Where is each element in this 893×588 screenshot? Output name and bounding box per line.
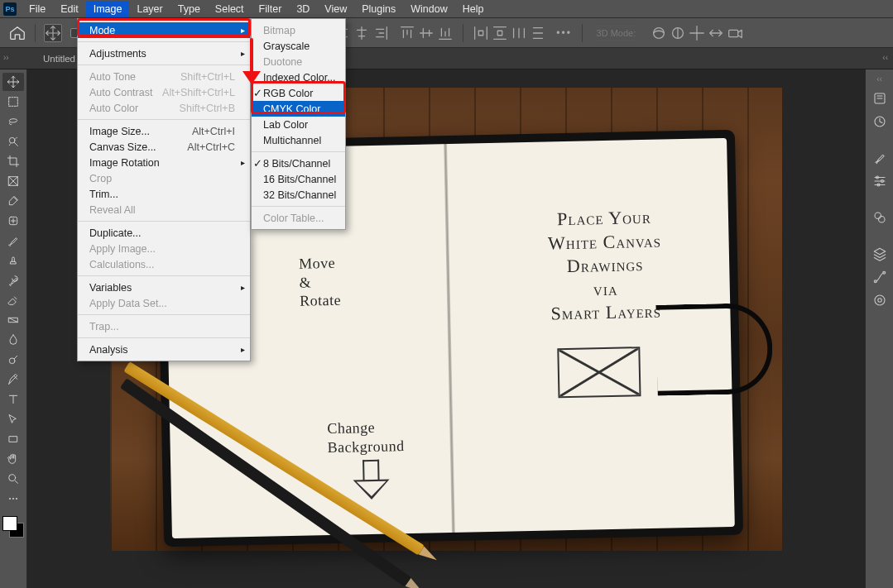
menu-item-image-rotation[interactable]: Image Rotation▸ bbox=[78, 155, 250, 170]
mode-duotone[interactable]: Duotone bbox=[252, 54, 345, 69]
menu-3d[interactable]: 3D bbox=[289, 1, 317, 17]
gradient-tool[interactable] bbox=[2, 311, 24, 329]
crop-tool[interactable] bbox=[2, 152, 24, 170]
foreground-color-swatch[interactable] bbox=[2, 516, 17, 531]
3d-slide-icon[interactable] bbox=[707, 24, 725, 42]
path-select-tool[interactable] bbox=[2, 410, 24, 428]
menu-file[interactable]: File bbox=[22, 1, 53, 17]
align-right-icon[interactable] bbox=[372, 24, 390, 42]
menu-item-apply-data-set[interactable]: Apply Data Set... bbox=[78, 295, 250, 311]
distribute-space-v-icon[interactable] bbox=[529, 24, 547, 42]
mode-cmyk[interactable]: CMYK Color bbox=[252, 101, 345, 117]
history-brush-tool[interactable] bbox=[2, 271, 24, 289]
layers-panel-icon[interactable] bbox=[870, 244, 890, 264]
menu-view[interactable]: View bbox=[317, 1, 354, 17]
submenu-caret-icon: ▸ bbox=[241, 158, 245, 167]
menu-item-calculations[interactable]: Calculations... bbox=[78, 256, 250, 272]
mode-rgb[interactable]: ✓RGB Color bbox=[252, 85, 345, 101]
mode-32bit[interactable]: 32 Bits/Channel bbox=[252, 187, 345, 203]
menu-window[interactable]: Window bbox=[403, 1, 454, 17]
sketch-text-change-bg: Change Background bbox=[327, 418, 405, 457]
zoom-tool[interactable] bbox=[2, 470, 24, 488]
svg-point-13 bbox=[16, 498, 17, 500]
dock-handle-icon[interactable]: ‹‹ bbox=[876, 74, 882, 84]
menu-plugins[interactable]: Plugins bbox=[354, 1, 403, 17]
menu-help[interactable]: Help bbox=[455, 1, 492, 17]
menu-item-crop[interactable]: Crop bbox=[78, 170, 250, 186]
mode-lab[interactable]: Lab Color bbox=[252, 117, 345, 132]
dock-handle-icon[interactable]: ›› bbox=[3, 53, 9, 62]
pen-tool[interactable] bbox=[2, 370, 24, 389]
3d-pan-icon[interactable] bbox=[688, 24, 706, 42]
rectangle-tool[interactable] bbox=[2, 430, 24, 448]
lasso-tool[interactable] bbox=[2, 112, 24, 131]
frame-tool[interactable] bbox=[2, 172, 24, 190]
3d-roll-icon[interactable] bbox=[669, 24, 687, 42]
menu-item-auto-color[interactable]: Auto Color Shift+Ctrl+B bbox=[78, 100, 250, 116]
menu-item-canvas-size[interactable]: Canvas Size... Alt+Ctrl+C bbox=[78, 139, 250, 155]
menu-item-duplicate[interactable]: Duplicate... bbox=[78, 225, 250, 241]
eyedropper-tool[interactable] bbox=[2, 192, 24, 210]
heal-tool[interactable] bbox=[2, 212, 24, 230]
quick-select-tool[interactable] bbox=[2, 132, 24, 151]
menu-item-trap[interactable]: Trap... bbox=[78, 318, 250, 334]
mode-16bit[interactable]: 16 Bits/Channel bbox=[252, 171, 345, 187]
svg-rect-9 bbox=[9, 437, 17, 442]
mode-grayscale[interactable]: Grayscale bbox=[252, 38, 345, 54]
mode-8bit[interactable]: ✓8 Bits/Channel bbox=[252, 155, 345, 171]
rect-marquee-tool[interactable] bbox=[2, 93, 24, 111]
stamp-tool[interactable] bbox=[2, 251, 24, 270]
mode-multichannel[interactable]: Multichannel bbox=[252, 132, 345, 148]
menu-layer[interactable]: Layer bbox=[129, 1, 170, 17]
menu-image[interactable]: Image bbox=[86, 1, 130, 17]
mode-color-table[interactable]: Color Table... bbox=[252, 210, 345, 226]
edit-toolbar-tool[interactable] bbox=[2, 490, 24, 508]
distribute-v-icon[interactable] bbox=[491, 24, 509, 42]
menu-item-variables[interactable]: Variables▸ bbox=[78, 280, 250, 295]
more-align-icon[interactable]: ••• bbox=[555, 24, 574, 42]
dock-handle-right-icon[interactable]: ‹‹ bbox=[882, 53, 888, 62]
channels-panel-icon[interactable] bbox=[870, 290, 890, 310]
align-bottom-icon[interactable] bbox=[436, 24, 454, 42]
menu-filter[interactable]: Filter bbox=[252, 1, 290, 17]
eraser-tool[interactable] bbox=[2, 291, 24, 309]
menu-item-mode[interactable]: Mode▸ bbox=[78, 22, 250, 38]
3d-orbit-icon[interactable] bbox=[650, 24, 668, 42]
move-tool[interactable] bbox=[2, 73, 24, 91]
mode-indexed[interactable]: Indexed Color... bbox=[252, 69, 345, 85]
menu-edit[interactable]: Edit bbox=[53, 1, 86, 17]
move-tool-indicator[interactable] bbox=[44, 24, 62, 42]
color-swatches[interactable] bbox=[2, 516, 24, 538]
dodge-tool[interactable] bbox=[2, 351, 24, 369]
brushes-panel-icon[interactable] bbox=[870, 148, 890, 168]
home-button[interactable] bbox=[8, 25, 26, 41]
menu-item-apply-image[interactable]: Apply Image... bbox=[78, 241, 250, 256]
menu-item-auto-contrast[interactable]: Auto Contrast Alt+Shift+Ctrl+L bbox=[78, 84, 250, 100]
align-center-h-icon[interactable] bbox=[353, 24, 371, 42]
menu-item-auto-tone[interactable]: Auto Tone Shift+Ctrl+L bbox=[78, 69, 250, 84]
menu-item-trim[interactable]: Trim... bbox=[78, 186, 250, 202]
history-panel-icon[interactable] bbox=[870, 112, 890, 131]
distribute-space-h-icon[interactable] bbox=[510, 24, 528, 42]
align-group-2 bbox=[398, 24, 454, 42]
menu-type[interactable]: Type bbox=[170, 1, 208, 17]
blur-tool[interactable] bbox=[2, 331, 24, 349]
align-center-v-icon[interactable] bbox=[417, 24, 435, 42]
align-top-icon[interactable] bbox=[398, 24, 416, 42]
type-tool[interactable] bbox=[2, 390, 24, 409]
paths-panel-icon[interactable] bbox=[870, 267, 890, 287]
hand-tool[interactable] bbox=[2, 450, 24, 468]
menu-item-image-size[interactable]: Image Size... Alt+Ctrl+I bbox=[78, 123, 250, 139]
mode-bitmap[interactable]: Bitmap bbox=[252, 22, 345, 38]
distribute-h-icon[interactable] bbox=[472, 24, 490, 42]
menu-item-adjustments[interactable]: Adjustments▸ bbox=[78, 45, 250, 61]
brush-tool[interactable] bbox=[2, 232, 24, 250]
menu-item-analysis[interactable]: Analysis▸ bbox=[78, 342, 250, 357]
3d-mode-button[interactable]: 3D Mode: bbox=[591, 26, 642, 41]
3d-camera-icon[interactable] bbox=[726, 24, 744, 42]
menu-item-reveal-all[interactable]: Reveal All bbox=[78, 202, 250, 218]
brush-settings-panel-icon[interactable] bbox=[870, 171, 890, 191]
learn-panel-icon[interactable] bbox=[870, 88, 890, 108]
swatches-panel-icon[interactable] bbox=[870, 208, 890, 227]
menu-select[interactable]: Select bbox=[208, 1, 252, 17]
